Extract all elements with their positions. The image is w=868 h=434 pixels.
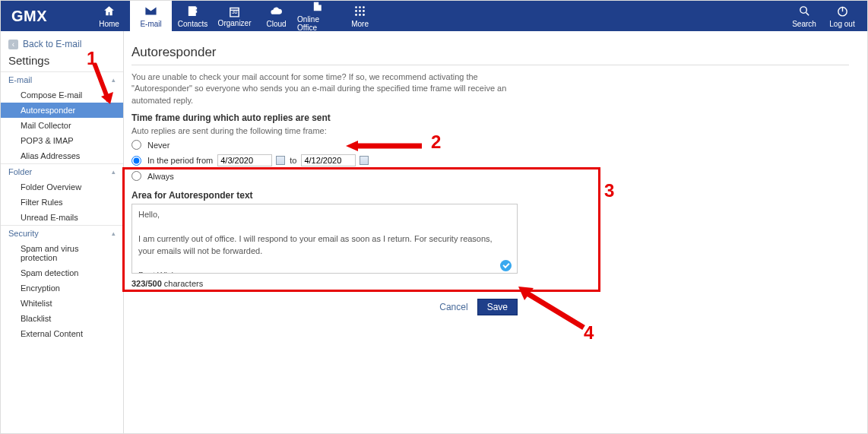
brand-logo: GMX [1,1,58,31]
svg-point-7 [359,14,361,16]
section-header-email[interactable]: E-mail ▴ [1,71,123,87]
sidebar-item-alias[interactable]: Alias Addresses [1,148,123,163]
timeframe-sub: Auto replies are sent during the followi… [131,126,849,135]
calendar-icon[interactable] [360,156,369,165]
option-period-prefix: In the period from [147,156,213,165]
section-header-folder-label: Folder [8,167,32,176]
autoresponder-textarea[interactable] [131,204,518,274]
date-from-input[interactable] [217,154,272,166]
svg-point-0 [355,6,357,8]
option-always-label: Always [147,172,174,181]
nav-online-office-label: Online Office [297,15,339,32]
svg-point-8 [363,14,365,16]
section-header-email-label: E-mail [8,75,32,84]
sidebar-item-encryption[interactable]: Encryption [1,280,123,296]
sidebar-item-filter[interactable]: Filter Rules [1,195,123,210]
svg-point-4 [359,10,361,12]
section-header-security-label: Security [8,229,39,238]
nav-contacts[interactable]: Contacts [172,1,214,31]
logout-button[interactable]: Log out [823,1,861,31]
organizer-icon: 30 [228,5,241,18]
topbar: GMX Home E-mail Contacts 30 Organizer [1,1,867,31]
sidebar-item-autoresponder[interactable]: Autoresponder [1,103,123,118]
nav-contacts-label: Contacts [178,20,207,28]
contacts-icon [186,5,199,19]
body: ‹ Back to E-mail Settings E-mail ▴ Compo… [1,31,867,433]
nav-cloud[interactable]: Cloud [255,1,297,31]
chevron-up-icon: ▴ [112,230,116,237]
sidebar-item-folder-overview[interactable]: Folder Overview [1,179,123,195]
page-title: Autoresponder [131,45,849,60]
search-label: Search [792,20,816,28]
option-never[interactable]: Never [131,140,849,150]
search-button[interactable]: Search [785,1,823,31]
radio-always[interactable] [131,171,141,181]
chevron-up-icon: ▴ [112,76,116,84]
sidebar-item-compose[interactable]: Compose E-mail [1,87,123,103]
svg-point-5 [363,10,365,12]
sidebar-item-mail-collector[interactable]: Mail Collector [1,118,123,133]
nav-home-label: Home [99,20,119,28]
power-icon [836,5,849,19]
nav-email-label: E-mail [140,20,161,28]
svg-point-6 [355,14,357,16]
divider [131,65,849,65]
chevron-up-icon: ▴ [112,168,116,176]
top-nav: Home E-mail Contacts 30 Organizer Cloud [88,1,381,31]
svg-point-9 [800,6,806,12]
intro-text: You are unable to check your mail accoun… [131,71,512,106]
cloud-icon [270,5,283,19]
page-root: GMX Home E-mail Contacts 30 Organizer [0,0,868,434]
email-icon [144,5,157,19]
svg-point-1 [359,6,361,8]
more-icon [353,5,366,19]
nav-online-office[interactable]: Online Office [297,1,339,31]
option-period-to: to [290,156,296,165]
section-header-folder[interactable]: Folder ▴ [1,163,123,179]
option-period[interactable]: In the period from to [131,154,849,166]
sidebar-item-unread[interactable]: Unread E-mails [1,210,123,225]
online-office-icon [312,0,325,14]
search-icon [798,5,811,19]
sidebar-item-pop3[interactable]: POP3 & IMAP [1,133,123,148]
nav-organizer[interactable]: 30 Organizer [214,1,255,31]
char-counter-suffix: characters [162,279,203,288]
button-row: Cancel Save [131,299,518,315]
option-always[interactable]: Always [131,171,849,181]
sidebar-item-whitelist[interactable]: Whitelist [1,296,123,311]
nav-more[interactable]: More [339,1,381,31]
back-link[interactable]: ‹ Back to E-mail [1,36,123,52]
cancel-button[interactable]: Cancel [439,302,467,312]
nav-email[interactable]: E-mail [130,1,172,31]
home-icon [103,5,116,19]
option-never-label: Never [147,141,169,150]
topbar-right: Search Log out [785,1,867,31]
nav-more-label: More [351,20,369,28]
section-header-security[interactable]: Security ▴ [1,225,123,241]
back-label: Back to E-mail [23,39,81,49]
sidebar-item-spamvirus[interactable]: Spam and virus protection [1,241,123,265]
char-counter-value: 323/500 [131,279,162,288]
radio-period[interactable] [131,156,141,166]
nav-organizer-label: Organizer [218,19,252,27]
back-arrow-icon: ‹ [8,40,18,49]
date-to-input[interactable] [301,154,356,166]
sidebar-item-spamdet[interactable]: Spam detection [1,265,123,280]
timeframe-header: Time frame during which auto replies are… [131,112,849,123]
logout-label: Log out [829,20,854,28]
sidebar-item-external[interactable]: External Content [1,326,123,341]
save-button[interactable]: Save [477,299,518,315]
sidebar-title: Settings [1,52,123,71]
sidebar-item-blacklist[interactable]: Blacklist [1,311,123,326]
nav-cloud-label: Cloud [266,20,286,28]
char-counter: 323/500 characters [131,279,849,288]
calendar-icon[interactable] [276,156,285,165]
nav-home[interactable]: Home [88,1,130,31]
area-label: Area for Autoresponder text [131,190,849,201]
radio-never[interactable] [131,140,141,150]
svg-point-2 [363,6,365,8]
sidebar: ‹ Back to E-mail Settings E-mail ▴ Compo… [1,31,124,433]
organizer-day: 30 [228,9,241,14]
svg-point-3 [355,10,357,12]
main-content: Autoresponder You are unable to check yo… [124,31,867,433]
